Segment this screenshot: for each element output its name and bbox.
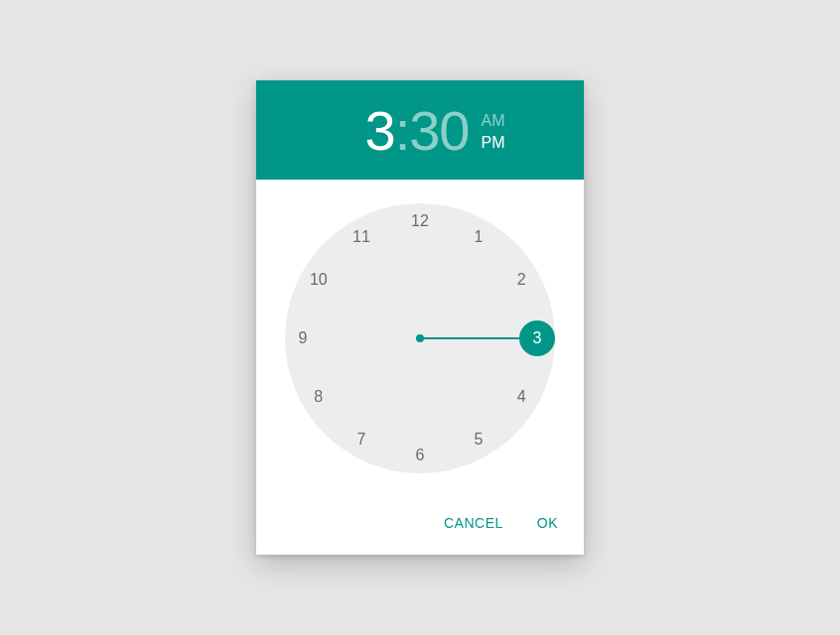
time-colon: : (395, 98, 410, 163)
clock-hour-9[interactable]: 9 (285, 320, 321, 356)
dialog-actions: CANCEL OK (256, 497, 584, 555)
time-display: 3 : 30 (364, 98, 469, 163)
time-picker-dialog: 3 : 30 AM PM 121234567891011 CANCEL OK (256, 80, 584, 555)
cancel-button[interactable]: CANCEL (432, 507, 515, 539)
clock-container: 121234567891011 (256, 180, 584, 497)
clock-hour-6[interactable]: 6 (402, 438, 438, 473)
clock-hour-8[interactable]: 8 (301, 379, 337, 415)
minute-value[interactable]: 30 (409, 98, 469, 163)
clock-hour-1[interactable]: 1 (461, 219, 496, 255)
clock-hour-4[interactable]: 4 (503, 379, 539, 415)
clock-hour-5[interactable]: 5 (461, 422, 496, 457)
hour-value[interactable]: 3 (364, 98, 394, 163)
pm-option[interactable]: PM (482, 132, 505, 154)
clock-hand (420, 337, 520, 339)
clock-center-dot (416, 334, 424, 342)
clock-hour-2[interactable]: 2 (503, 262, 539, 298)
ampm-toggle: AM PM (482, 110, 505, 155)
clock-face[interactable]: 121234567891011 (285, 203, 555, 473)
clock-hour-3[interactable]: 3 (519, 320, 555, 356)
clock-hour-7[interactable]: 7 (344, 422, 379, 457)
am-option[interactable]: AM (482, 110, 505, 132)
ok-button[interactable]: OK (525, 507, 570, 539)
clock-hour-11[interactable]: 11 (344, 219, 379, 255)
clock-hour-10[interactable]: 10 (301, 262, 337, 298)
clock-hour-12[interactable]: 12 (402, 203, 438, 239)
time-picker-header: 3 : 30 AM PM (256, 80, 584, 180)
